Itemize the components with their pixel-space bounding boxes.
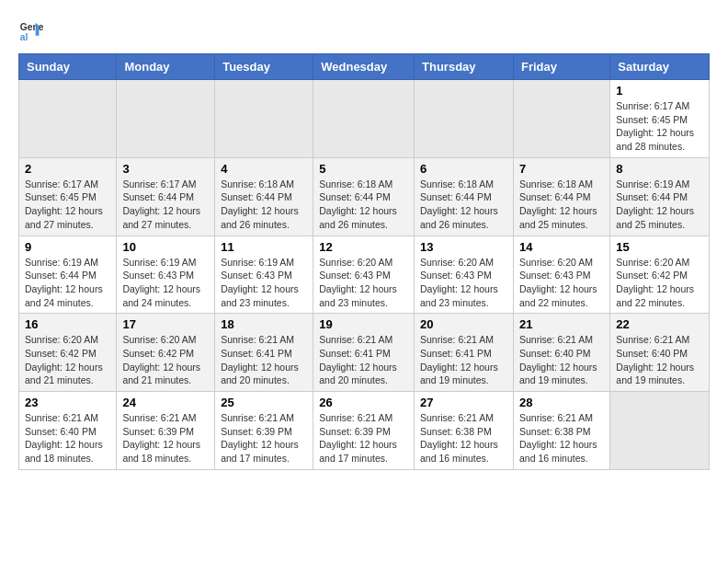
day-number: 9 [25,240,110,254]
calendar-cell [117,80,215,158]
day-number: 14 [519,240,604,254]
day-number: 10 [122,240,209,254]
calendar-cell [513,80,609,158]
weekday-header-sunday: Sunday [19,54,117,80]
day-number: 28 [519,396,604,409]
day-info: Sunrise: 6:19 AM Sunset: 6:43 PM Dayligh… [221,256,307,310]
calendar-cell: 3Sunrise: 6:17 AM Sunset: 6:44 PM Daylig… [117,157,215,236]
calendar-cell: 4Sunrise: 6:18 AM Sunset: 6:44 PM Daylig… [215,157,313,236]
day-number: 18 [221,317,307,331]
day-info: Sunrise: 6:19 AM Sunset: 6:43 PM Dayligh… [122,256,209,310]
logo: Gener al [18,18,48,44]
calendar-cell: 18Sunrise: 6:21 AM Sunset: 6:41 PM Dayli… [215,314,313,392]
day-info: Sunrise: 6:18 AM Sunset: 6:44 PM Dayligh… [420,178,507,232]
day-number: 24 [122,396,209,409]
day-number: 8 [616,162,703,176]
day-number: 15 [616,240,703,254]
day-number: 11 [221,240,307,254]
week-row-4: 16Sunrise: 6:20 AM Sunset: 6:42 PM Dayli… [19,314,710,392]
calendar-cell: 19Sunrise: 6:21 AM Sunset: 6:41 PM Dayli… [313,314,415,392]
day-number: 25 [221,396,307,409]
calendar-cell: 16Sunrise: 6:20 AM Sunset: 6:42 PM Dayli… [19,314,117,392]
day-info: Sunrise: 6:21 AM Sunset: 6:40 PM Dayligh… [25,411,110,465]
week-row-3: 9Sunrise: 6:19 AM Sunset: 6:44 PM Daylig… [19,236,710,314]
day-number: 27 [420,396,507,409]
calendar-cell: 8Sunrise: 6:19 AM Sunset: 6:44 PM Daylig… [610,157,710,236]
day-info: Sunrise: 6:18 AM Sunset: 6:44 PM Dayligh… [519,178,604,232]
day-info: Sunrise: 6:20 AM Sunset: 6:43 PM Dayligh… [319,256,408,310]
day-info: Sunrise: 6:17 AM Sunset: 6:44 PM Dayligh… [122,178,209,232]
day-info: Sunrise: 6:21 AM Sunset: 6:41 PM Dayligh… [319,333,408,387]
calendar-cell: 26Sunrise: 6:21 AM Sunset: 6:39 PM Dayli… [313,392,415,470]
calendar-cell: 24Sunrise: 6:21 AM Sunset: 6:39 PM Dayli… [117,392,215,470]
day-number: 17 [122,317,209,331]
day-number: 12 [319,240,408,254]
day-info: Sunrise: 6:17 AM Sunset: 6:45 PM Dayligh… [25,178,110,232]
calendar-cell: 17Sunrise: 6:20 AM Sunset: 6:42 PM Dayli… [117,314,215,392]
calendar-cell [313,80,415,158]
calendar-cell: 7Sunrise: 6:18 AM Sunset: 6:44 PM Daylig… [513,157,609,236]
calendar-cell: 27Sunrise: 6:21 AM Sunset: 6:38 PM Dayli… [415,392,514,470]
day-number: 6 [420,162,507,176]
day-number: 16 [25,317,110,331]
weekday-header-row: SundayMondayTuesdayWednesdayThursdayFrid… [19,54,710,80]
day-info: Sunrise: 6:17 AM Sunset: 6:45 PM Dayligh… [616,99,703,154]
day-info: Sunrise: 6:19 AM Sunset: 6:44 PM Dayligh… [616,178,703,232]
day-info: Sunrise: 6:21 AM Sunset: 6:38 PM Dayligh… [420,411,507,465]
calendar-cell: 5Sunrise: 6:18 AM Sunset: 6:44 PM Daylig… [313,157,415,236]
calendar-cell [610,392,710,470]
day-number: 5 [319,162,408,176]
weekday-header-tuesday: Tuesday [215,54,313,80]
week-row-5: 23Sunrise: 6:21 AM Sunset: 6:40 PM Dayli… [19,392,710,470]
calendar-cell: 9Sunrise: 6:19 AM Sunset: 6:44 PM Daylig… [19,236,117,314]
day-info: Sunrise: 6:19 AM Sunset: 6:44 PM Dayligh… [25,256,110,310]
day-number: 4 [221,162,307,176]
week-row-1: 1Sunrise: 6:17 AM Sunset: 6:45 PM Daylig… [19,80,710,158]
calendar-cell: 1Sunrise: 6:17 AM Sunset: 6:45 PM Daylig… [610,80,710,158]
weekday-header-wednesday: Wednesday [313,54,415,80]
day-info: Sunrise: 6:21 AM Sunset: 6:41 PM Dayligh… [420,333,507,387]
day-number: 1 [616,84,703,98]
weekday-header-saturday: Saturday [610,54,710,80]
day-number: 7 [519,162,604,176]
calendar-cell [415,80,514,158]
day-info: Sunrise: 6:21 AM Sunset: 6:41 PM Dayligh… [221,333,307,387]
logo-icon: Gener al [18,18,44,44]
calendar-cell: 28Sunrise: 6:21 AM Sunset: 6:38 PM Dayli… [513,392,609,470]
calendar-cell: 13Sunrise: 6:20 AM Sunset: 6:43 PM Dayli… [415,236,514,314]
weekday-header-thursday: Thursday [415,54,514,80]
day-number: 13 [420,240,507,254]
calendar-cell: 6Sunrise: 6:18 AM Sunset: 6:44 PM Daylig… [415,157,514,236]
calendar-cell: 25Sunrise: 6:21 AM Sunset: 6:39 PM Dayli… [215,392,313,470]
calendar-cell: 2Sunrise: 6:17 AM Sunset: 6:45 PM Daylig… [19,157,117,236]
day-info: Sunrise: 6:20 AM Sunset: 6:43 PM Dayligh… [420,256,507,310]
calendar-table: SundayMondayTuesdayWednesdayThursdayFrid… [18,53,710,470]
calendar-cell: 12Sunrise: 6:20 AM Sunset: 6:43 PM Dayli… [313,236,415,314]
day-info: Sunrise: 6:18 AM Sunset: 6:44 PM Dayligh… [221,178,307,232]
day-number: 22 [616,317,703,331]
day-number: 21 [519,317,604,331]
calendar-cell: 22Sunrise: 6:21 AM Sunset: 6:40 PM Dayli… [610,314,710,392]
day-number: 26 [319,396,408,409]
day-info: Sunrise: 6:20 AM Sunset: 6:42 PM Dayligh… [122,333,209,387]
calendar-cell [215,80,313,158]
svg-text:al: al [20,32,28,42]
day-info: Sunrise: 6:21 AM Sunset: 6:38 PM Dayligh… [519,411,604,465]
day-number: 20 [420,317,507,331]
day-info: Sunrise: 6:21 AM Sunset: 6:40 PM Dayligh… [616,333,703,387]
calendar-cell: 15Sunrise: 6:20 AM Sunset: 6:42 PM Dayli… [610,236,710,314]
calendar-cell: 14Sunrise: 6:20 AM Sunset: 6:43 PM Dayli… [513,236,609,314]
day-number: 3 [122,162,209,176]
svg-text:Gener: Gener [20,22,44,32]
weekday-header-friday: Friday [513,54,609,80]
week-row-2: 2Sunrise: 6:17 AM Sunset: 6:45 PM Daylig… [19,157,710,236]
calendar-cell: 20Sunrise: 6:21 AM Sunset: 6:41 PM Dayli… [415,314,514,392]
day-info: Sunrise: 6:21 AM Sunset: 6:40 PM Dayligh… [519,333,604,387]
day-info: Sunrise: 6:21 AM Sunset: 6:39 PM Dayligh… [319,411,408,465]
calendar-cell: 10Sunrise: 6:19 AM Sunset: 6:43 PM Dayli… [117,236,215,314]
calendar-cell: 11Sunrise: 6:19 AM Sunset: 6:43 PM Dayli… [215,236,313,314]
day-info: Sunrise: 6:20 AM Sunset: 6:43 PM Dayligh… [519,256,604,310]
day-number: 2 [25,162,110,176]
day-info: Sunrise: 6:20 AM Sunset: 6:42 PM Dayligh… [616,256,703,310]
calendar-cell: 23Sunrise: 6:21 AM Sunset: 6:40 PM Dayli… [19,392,117,470]
